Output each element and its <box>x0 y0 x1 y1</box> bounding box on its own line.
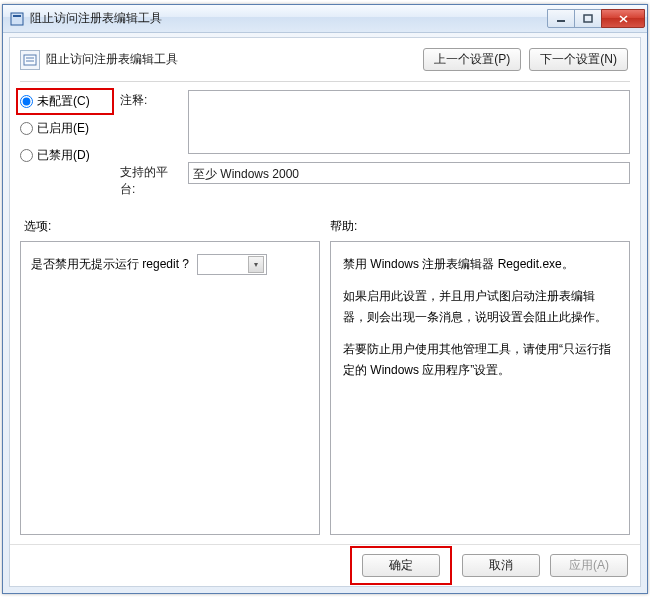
panel-labels: 选项: 帮助: <box>10 204 640 241</box>
ok-button[interactable]: 确定 <box>362 554 440 577</box>
svg-rect-2 <box>557 20 565 22</box>
panels: 是否禁用无提示运行 regedit ? ▾ 禁用 Windows 注册表编辑器 … <box>10 241 640 535</box>
footer: 确定 取消 应用(A) <box>10 544 640 586</box>
ok-highlight: 确定 <box>350 546 452 585</box>
radio-enabled-label: 已启用(E) <box>37 120 89 137</box>
options-panel: 是否禁用无提示运行 regedit ? ▾ <box>20 241 320 535</box>
page-title: 阻止访问注册表编辑工具 <box>46 51 415 68</box>
state-radios: 未配置(C) 已启用(E) 已禁用(D) <box>20 90 110 198</box>
help-paragraph: 禁用 Windows 注册表编辑器 Regedit.exe。 <box>343 254 617 274</box>
maximize-button[interactable] <box>574 9 602 28</box>
divider <box>20 81 630 82</box>
radio-not-configured[interactable]: 未配置(C) <box>16 88 114 115</box>
option-row: 是否禁用无提示运行 regedit ? ▾ <box>31 254 309 275</box>
titlebar[interactable]: 阻止访问注册表编辑工具 <box>3 5 647 33</box>
client-area: 阻止访问注册表编辑工具 上一个设置(P) 下一个设置(N) 未配置(C) 已启用… <box>9 37 641 587</box>
svg-rect-0 <box>11 13 23 25</box>
previous-setting-button[interactable]: 上一个设置(P) <box>423 48 521 71</box>
comment-row: 注释: <box>120 90 630 154</box>
radio-disabled[interactable]: 已禁用(D) <box>20 147 110 164</box>
minimize-button[interactable] <box>547 9 575 28</box>
option-question: 是否禁用无提示运行 regedit ? <box>31 256 189 273</box>
help-panel: 禁用 Windows 注册表编辑器 Regedit.exe。 如果启用此设置，并… <box>330 241 630 535</box>
header-row: 阻止访问注册表编辑工具 上一个设置(P) 下一个设置(N) <box>10 38 640 81</box>
help-label: 帮助: <box>330 218 357 235</box>
svg-rect-6 <box>24 55 36 65</box>
policy-icon <box>20 50 40 70</box>
comment-textarea[interactable] <box>188 90 630 154</box>
apply-button[interactable]: 应用(A) <box>550 554 628 577</box>
options-label: 选项: <box>24 218 320 235</box>
radio-disabled-label: 已禁用(D) <box>37 147 90 164</box>
option-dropdown[interactable]: ▾ <box>197 254 267 275</box>
help-paragraph: 如果启用此设置，并且用户试图启动注册表编辑器，则会出现一条消息，说明设置会阻止此… <box>343 286 617 327</box>
cancel-button[interactable]: 取消 <box>462 554 540 577</box>
app-icon <box>9 11 25 27</box>
next-setting-button[interactable]: 下一个设置(N) <box>529 48 628 71</box>
radio-not-configured-input[interactable] <box>20 95 33 108</box>
help-paragraph: 若要防止用户使用其他管理工具，请使用“只运行指定的 Windows 应用程序”设… <box>343 339 617 380</box>
radio-disabled-input[interactable] <box>20 149 33 162</box>
dialog-window: 阻止访问注册表编辑工具 阻止访问注册表编辑工具 上一个设置(P) 下一个设置(N… <box>2 4 648 594</box>
radio-enabled[interactable]: 已启用(E) <box>20 120 110 137</box>
chevron-down-icon: ▾ <box>248 256 264 273</box>
config-block: 未配置(C) 已启用(E) 已禁用(D) 注释: 支持的平台: <box>10 90 640 204</box>
right-column: 注释: 支持的平台: 至少 Windows 2000 <box>120 90 630 198</box>
svg-rect-1 <box>13 15 21 17</box>
close-button[interactable] <box>601 9 645 28</box>
radio-enabled-input[interactable] <box>20 122 33 135</box>
radio-not-configured-label: 未配置(C) <box>37 93 90 110</box>
platform-field: 至少 Windows 2000 <box>188 162 630 184</box>
platform-label: 支持的平台: <box>120 162 182 198</box>
comment-label: 注释: <box>120 90 182 109</box>
platform-row: 支持的平台: 至少 Windows 2000 <box>120 162 630 198</box>
svg-rect-3 <box>584 15 592 22</box>
window-title: 阻止访问注册表编辑工具 <box>30 10 548 27</box>
